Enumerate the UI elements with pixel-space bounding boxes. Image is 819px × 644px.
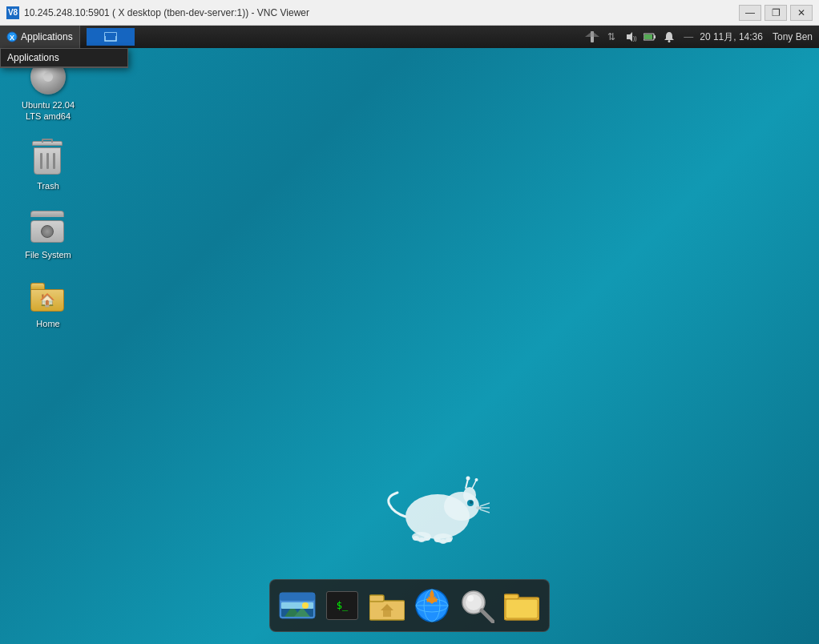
folder-tab-shape [30,283,45,289]
home-label: Home [36,318,59,329]
hdd-connector-shape [30,211,64,217]
svg-line-29 [466,479,468,489]
filemanager-icon [278,588,317,623]
svg-point-23 [413,536,419,541]
network-transfer-icon[interactable]: ⇅ [603,29,619,45]
desktop-icon-filesystem[interactable]: File System [16,207,80,260]
volume-icon[interactable]: )) [623,29,639,45]
svg-text:)): )) [633,35,637,42]
svg-marker-6 [627,32,632,42]
vnc-window-controls: — ❐ ✕ [739,5,813,21]
home-symbol: 🏠 [39,294,55,307]
svg-point-30 [466,477,470,481]
home-folder-icon: 🏠 [29,276,67,315]
svg-rect-10 [644,34,652,39]
applications-label: Applications [21,31,73,42]
filesystem-label: File System [25,249,71,260]
search-icon [459,588,494,623]
restore-button[interactable]: ❐ [765,5,787,21]
xfce-logo-icon: X [6,31,18,42]
svg-rect-43 [383,610,391,617]
svg-point-24 [418,537,425,542]
dock-item-terminal[interactable]: $_ [321,585,363,626]
svg-line-18 [480,503,490,506]
svg-rect-54 [506,599,538,618]
svg-line-31 [472,481,476,489]
minimize-button[interactable]: — [739,5,761,21]
window-icon [104,30,117,43]
ubuntu-dvd-label: Ubuntu 22.04LTS amd64 [22,99,75,123]
terminal-icon: $_ [326,591,358,620]
svg-point-32 [475,478,478,481]
apps-dropdown-header: Applications [1,49,127,67]
svg-rect-41 [369,595,384,602]
xfce-mouse-mascot [385,473,490,548]
svg-text:X: X [10,34,14,42]
mouse-svg [385,473,490,545]
network-icon[interactable] [584,29,600,45]
desktop: X Applications ⇅ [0,26,819,644]
vnc-title-left: V8 10.245.248.10:5901 ( X desktop (tben-… [6,6,309,19]
dock-item-search[interactable] [456,585,498,626]
dock-item-folder[interactable] [501,585,543,626]
separator-dash: — [684,31,693,42]
svg-line-50 [482,610,493,622]
desktop-icon-trash[interactable]: Trash [16,139,80,191]
vnc-title-text: 10.245.248.10:5901 ( X desktop (tben-dev… [24,7,309,18]
dock-item-home[interactable] [366,585,408,626]
svg-rect-34 [280,593,315,601]
folder-dock-icon [504,590,539,622]
svg-line-20 [480,509,490,513]
vnc-icon: V8 [6,6,19,19]
svg-point-16 [470,501,473,504]
trash-handle-shape [42,139,53,143]
svg-point-39 [302,602,309,609]
trash-lid-shape [32,141,63,146]
hdd-body-shape [30,220,64,243]
filesystem-icon [29,207,67,246]
taskbar-active-window[interactable] [87,28,135,46]
battery-icon[interactable] [642,29,658,45]
svg-point-27 [440,539,446,544]
system-tray: ⇅ )) [584,29,819,45]
top-panel: X Applications ⇅ [0,26,819,48]
username-text: Tony Ben [773,31,813,42]
trash-label: Trash [37,180,59,191]
home-dock-icon [369,590,405,622]
svg-rect-3 [105,33,116,36]
folder-body-shape: 🏠 [30,289,64,312]
svg-point-25 [424,536,430,541]
svg-point-51 [467,595,474,602]
bottom-dock: $_ [269,579,550,632]
trash-body-shape [34,147,61,175]
notification-icon[interactable] [661,29,677,45]
dock-item-filemanager[interactable] [276,585,318,626]
close-button[interactable]: ✕ [790,5,813,21]
svg-rect-9 [654,35,656,38]
desktop-icon-home[interactable]: 🏠 Home [16,276,80,329]
hdd-circle-shape [41,225,54,238]
vnc-titlebar: V8 10.245.248.10:5901 ( X desktop (tben-… [0,0,819,26]
desktop-icons-area: Ubuntu 22.04LTS amd64 [16,58,80,329]
browser-icon [414,588,450,623]
svg-point-26 [434,537,441,542]
datetime-text: 20 11月, 14:36 [700,30,763,44]
applications-dropdown: Applications [0,48,128,68]
applications-menu-button[interactable]: X Applications [0,26,80,48]
trash-icon [29,139,67,177]
svg-point-28 [446,537,452,542]
svg-marker-5 [585,31,599,37]
dock-item-browser[interactable] [411,585,453,626]
svg-rect-53 [504,594,518,599]
svg-point-11 [668,40,671,42]
